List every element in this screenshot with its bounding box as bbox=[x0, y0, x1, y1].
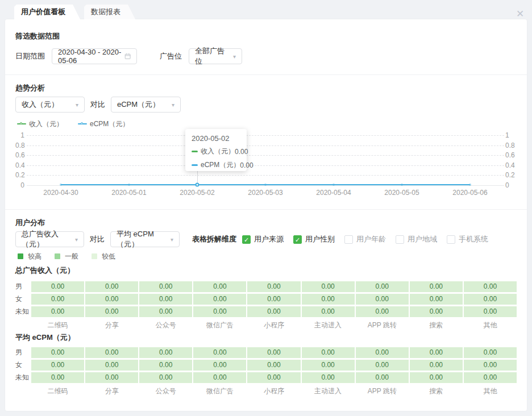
table-cell: 0.00 bbox=[85, 372, 138, 383]
chevron-down-icon: ▾ bbox=[72, 102, 78, 108]
dimension-checkboxes: ✓用户来源✓用户性别用户年龄用户地域手机系统 bbox=[242, 234, 498, 244]
revenue-table: 男0.000.000.000.000.000.000.000.000.00女0.… bbox=[15, 281, 517, 328]
checkbox-icon: ✓ bbox=[242, 235, 251, 244]
data-point bbox=[128, 184, 130, 186]
table-footer-spacer bbox=[15, 319, 30, 328]
table-cell: 0.00 bbox=[247, 360, 300, 371]
distribution-metric-select[interactable]: 总广告收入（元） ▾ bbox=[15, 231, 84, 247]
tooltip-label: 收入（元） bbox=[201, 147, 235, 156]
table-cell: 0.00 bbox=[464, 306, 517, 317]
table-cell: 0.00 bbox=[85, 360, 138, 371]
x-axis-label: 2020-05-01 bbox=[95, 189, 163, 197]
data-point bbox=[401, 184, 403, 186]
table-column-label: 主动进入 bbox=[302, 319, 355, 328]
table-column-label: APP 跳转 bbox=[356, 319, 409, 328]
checkbox-icon bbox=[396, 235, 404, 244]
y-axis-label: 0 bbox=[15, 181, 24, 189]
trend-section-title: 趋势分析 bbox=[15, 84, 517, 93]
x-axis-label: 2020-05-05 bbox=[368, 189, 436, 197]
table-cell: 0.00 bbox=[139, 347, 192, 358]
table-column-label: 公众号 bbox=[139, 385, 192, 394]
dashboard-overlay: 用户价值看板 数据报表 ✕ 筛选数据范围 日期范围 2020-04-30 - 2… bbox=[0, 0, 532, 416]
table-cell: 0.00 bbox=[193, 372, 246, 383]
table-column-label: 搜索 bbox=[410, 319, 463, 328]
table-column-label: 公众号 bbox=[139, 319, 192, 328]
data-point bbox=[469, 184, 471, 186]
table-cell: 0.00 bbox=[193, 360, 246, 371]
legend-label: 较高 bbox=[28, 252, 41, 261]
trend-metric-select[interactable]: 收入（元） ▾ bbox=[15, 97, 85, 113]
table-cell: 0.00 bbox=[464, 281, 517, 292]
legend-label: eCPM（元） bbox=[90, 119, 129, 129]
close-icon[interactable]: ✕ bbox=[513, 7, 527, 22]
table-cell: 0.00 bbox=[139, 281, 192, 292]
chart-legend: 收入（元） eCPM（元） bbox=[17, 120, 517, 128]
data-point bbox=[60, 184, 62, 186]
table-cell: 0.00 bbox=[247, 347, 300, 358]
tab-data-report[interactable]: 数据报表 bbox=[84, 5, 135, 19]
chevron-down-icon: ▾ bbox=[168, 102, 174, 108]
dimension-checkbox[interactable]: ✓用户来源 bbox=[242, 234, 284, 244]
distribution-section-title: 用户分布 bbox=[15, 218, 517, 227]
table-cell: 0.00 bbox=[302, 372, 355, 383]
legend-swatch-icon bbox=[18, 253, 23, 259]
table-cell: 0.00 bbox=[464, 372, 517, 383]
trend-compare-select[interactable]: eCPM（元） ▾ bbox=[111, 97, 181, 113]
trend-chart[interactable]: 2020-05-02 收入（元） 0.00 eCPM（元） 0.00 000.2… bbox=[15, 130, 517, 197]
checkbox-label: 用户来源 bbox=[254, 234, 284, 244]
table-cell: 0.00 bbox=[410, 306, 463, 317]
table-column-label: 其他 bbox=[464, 385, 517, 394]
distribution-compare-select[interactable]: 平均 eCPM（元） ▾ bbox=[110, 231, 180, 247]
heat-legend-item: 一般 bbox=[55, 252, 78, 261]
table-cell: 0.00 bbox=[464, 294, 517, 305]
highlighted-point bbox=[196, 183, 200, 187]
table-title: 平均 eCPM（元） bbox=[15, 333, 517, 342]
series-dash-icon bbox=[192, 164, 198, 166]
tooltip-date: 2020-05-02 bbox=[192, 134, 240, 143]
table-cell: 0.00 bbox=[31, 372, 84, 383]
tooltip-row: eCPM（元） 0.00 bbox=[192, 160, 240, 170]
y-axis-label: 1 bbox=[505, 131, 517, 139]
select-value: 平均 eCPM（元） bbox=[117, 229, 167, 249]
chart-plot bbox=[27, 130, 504, 185]
date-range-input[interactable]: 2020-04-30 - 2020-05-06 bbox=[52, 48, 137, 64]
x-axis-labels: 2020-04-302020-05-012020-05-022020-05-03… bbox=[27, 189, 504, 197]
x-axis-label: 2020-04-30 bbox=[27, 189, 95, 197]
table-cell: 0.00 bbox=[247, 306, 300, 317]
table-cell: 0.00 bbox=[302, 294, 355, 305]
checkbox-label: 用户地域 bbox=[408, 234, 437, 244]
table-cell: 0.00 bbox=[85, 281, 138, 292]
calendar-icon bbox=[124, 52, 131, 60]
y-axis-label: 0 bbox=[505, 181, 517, 189]
y-axis-label: 0.4 bbox=[15, 161, 24, 169]
table-title: 总广告收入（元） bbox=[15, 266, 517, 275]
table-cell: 0.00 bbox=[410, 347, 463, 358]
legend-item-ecpm[interactable]: eCPM（元） bbox=[78, 119, 129, 129]
y-axis-label: 0.8 bbox=[15, 142, 24, 149]
table-cell: 0.00 bbox=[139, 372, 192, 383]
dimensions-label: 表格拆解维度 bbox=[192, 234, 236, 244]
table-cell: 0.00 bbox=[193, 306, 246, 317]
table-cell: 0.00 bbox=[356, 281, 409, 292]
table-cell: 0.00 bbox=[31, 347, 84, 358]
dimension-checkbox[interactable]: 用户地域 bbox=[396, 234, 437, 244]
tab-user-value-dashboard[interactable]: 用户价值看板 bbox=[14, 5, 80, 19]
table-cell: 0.00 bbox=[31, 281, 84, 292]
dimension-checkbox[interactable]: ✓用户性别 bbox=[293, 234, 335, 244]
table-row-label: 未知 bbox=[15, 306, 30, 317]
checkbox-icon bbox=[344, 235, 353, 244]
y-axis-label: 0.6 bbox=[505, 151, 517, 159]
table-row-label: 未知 bbox=[15, 372, 30, 383]
legend-item-revenue[interactable]: 收入（元） bbox=[17, 119, 63, 129]
table-cell: 0.00 bbox=[247, 294, 300, 305]
dimension-checkbox[interactable]: 用户年龄 bbox=[344, 234, 386, 244]
select-value: eCPM（元） bbox=[117, 99, 160, 110]
ad-slot-select[interactable]: 全部广告位 ▾ bbox=[189, 48, 242, 64]
x-axis-label: 2020-05-04 bbox=[300, 189, 368, 197]
table-column-label: 微信广告 bbox=[193, 319, 246, 328]
y-axis-label: 0.2 bbox=[15, 171, 24, 179]
dimension-checkbox[interactable]: 手机系统 bbox=[447, 234, 488, 244]
x-axis-label: 2020-05-06 bbox=[436, 189, 504, 197]
checkbox-icon: ✓ bbox=[293, 235, 302, 244]
tooltip-value: 0.00 bbox=[240, 161, 253, 169]
